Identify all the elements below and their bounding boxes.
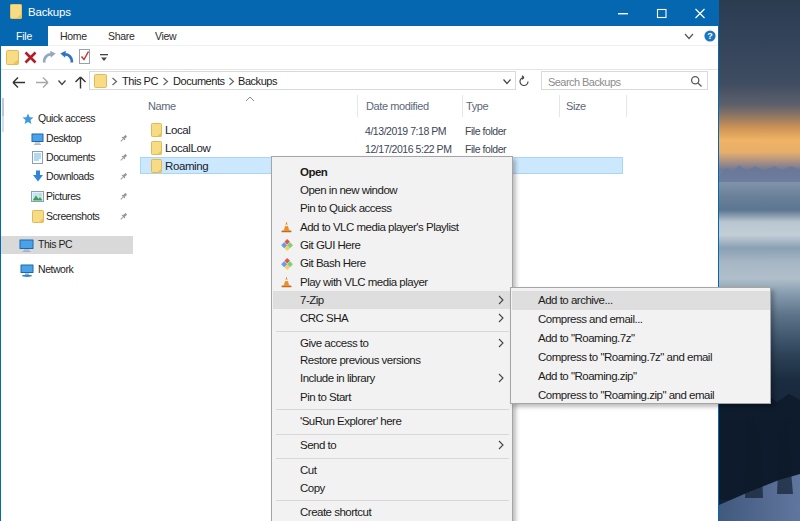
svg-text:?: ? bbox=[707, 31, 713, 41]
